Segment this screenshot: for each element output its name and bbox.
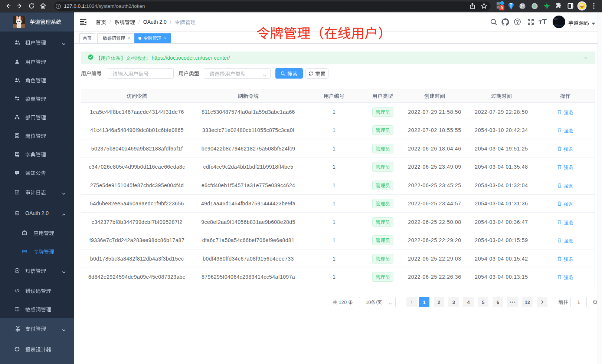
- svg-text:9: 9: [501, 6, 503, 10]
- svg-text:A: A: [24, 250, 26, 252]
